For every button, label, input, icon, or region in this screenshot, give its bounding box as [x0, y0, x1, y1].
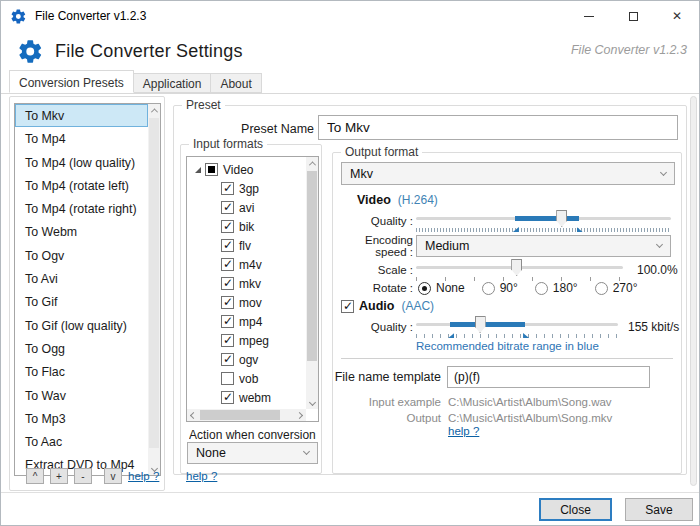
- tree-horizontal-scrollbar[interactable]: [187, 409, 306, 421]
- audio-quality-slider[interactable]: [416, 315, 618, 339]
- preset-list-item[interactable]: To Ogv: [15, 244, 148, 267]
- preset-list-scrollbar[interactable]: [148, 104, 160, 475]
- scroll-right-icon[interactable]: [293, 409, 306, 421]
- format-tree-row[interactable]: avi: [187, 198, 306, 217]
- tab-application[interactable]: Application: [133, 73, 212, 93]
- preset-list-item[interactable]: To Wav: [15, 384, 148, 407]
- format-checkbox[interactable]: [221, 182, 234, 195]
- preset-list-item[interactable]: To Avi: [15, 267, 148, 290]
- video-quality-slider[interactable]: [416, 209, 671, 233]
- rotate-90-radio[interactable]: 90°: [482, 281, 518, 295]
- bitrate-hint: Recommended bitrate range in blue: [416, 340, 599, 352]
- chevron-down-icon: [303, 448, 310, 455]
- format-tree-row[interactable]: mkv: [187, 274, 306, 293]
- format-label: mpeg: [239, 334, 269, 348]
- scroll-up-icon[interactable]: [148, 104, 160, 117]
- format-tree-row[interactable]: mp4: [187, 312, 306, 331]
- preset-list-item[interactable]: To Flac: [15, 360, 148, 383]
- rotate-270-radio[interactable]: 270°: [595, 281, 638, 295]
- radio-label: 270°: [613, 281, 638, 295]
- presets-help-link[interactable]: help ?: [128, 470, 159, 482]
- scrollbar-thumb[interactable]: [307, 171, 317, 361]
- preset-list-item[interactable]: To Ogg: [15, 337, 148, 360]
- preset-list-item[interactable]: To Webm: [15, 220, 148, 243]
- scroll-left-icon[interactable]: [187, 409, 200, 421]
- format-tree-row[interactable]: mov: [187, 293, 306, 312]
- format-checkbox[interactable]: [221, 353, 234, 366]
- format-checkbox[interactable]: [221, 334, 234, 347]
- format-tree-row[interactable]: flv: [187, 236, 306, 255]
- preset-list-item[interactable]: To Mkv: [15, 104, 148, 127]
- format-checkbox[interactable]: [221, 296, 234, 309]
- scale-label: Scale :: [333, 264, 413, 276]
- filename-help-link[interactable]: help ?: [448, 425, 479, 437]
- scale-slider[interactable]: [416, 258, 623, 282]
- preset-list-item[interactable]: To Gif (low quality): [15, 314, 148, 337]
- scroll-up-icon[interactable]: [306, 157, 318, 170]
- scrollbar-thumb[interactable]: [149, 118, 159, 448]
- preset-name-input[interactable]: [318, 115, 678, 140]
- tree-node-video[interactable]: Video: [187, 160, 306, 179]
- encoding-speed-value: Medium: [425, 239, 469, 253]
- move-preset-down-button[interactable]: v: [104, 468, 122, 484]
- output-format-dropdown[interactable]: Mkv: [341, 162, 675, 185]
- remove-preset-button[interactable]: -: [74, 468, 92, 484]
- move-preset-up-button[interactable]: ^: [26, 468, 44, 484]
- input-formats-help-link[interactable]: help ?: [186, 470, 217, 482]
- file-name-template-input[interactable]: [447, 366, 650, 388]
- scroll-down-icon[interactable]: [306, 396, 318, 409]
- tab-conversion-presets[interactable]: Conversion Presets: [9, 70, 134, 93]
- tab-about[interactable]: About: [210, 73, 261, 93]
- format-tree-row[interactable]: ogv: [187, 350, 306, 369]
- format-label: ogv: [239, 353, 258, 367]
- tree-expander-icon[interactable]: [195, 167, 201, 173]
- output-example-value: C:\Music\Artist\Album\Song.mkv: [448, 412, 612, 424]
- format-checkbox[interactable]: [221, 239, 234, 252]
- format-checkbox[interactable]: [221, 277, 234, 290]
- page-scrollbar[interactable]: [690, 96, 697, 486]
- save-button[interactable]: Save: [625, 498, 693, 521]
- format-checkbox[interactable]: [221, 372, 234, 385]
- preset-list-item[interactable]: To Gif: [15, 290, 148, 313]
- preset-list-item[interactable]: To Mp4 (low quality): [15, 151, 148, 174]
- format-label: mp4: [239, 315, 262, 329]
- close-icon: ✕: [672, 10, 682, 22]
- tree-vertical-scrollbar[interactable]: [306, 157, 318, 409]
- slider-thumb[interactable]: [475, 316, 486, 333]
- slider-thumb[interactable]: [556, 210, 567, 227]
- output-format-value: Mkv: [350, 167, 373, 181]
- input-example-value: C:\Music\Artist\Album\Song.wav: [448, 396, 612, 408]
- format-tree-row[interactable]: 3gp: [187, 179, 306, 198]
- close-dialog-button[interactable]: Close: [539, 498, 612, 521]
- preset-list-item[interactable]: To Mp4: [15, 127, 148, 150]
- video-root-checkbox[interactable]: [205, 163, 218, 176]
- preset-list-item[interactable]: To Mp3: [15, 407, 148, 430]
- audio-enabled-checkbox[interactable]: [341, 300, 354, 313]
- format-tree-row[interactable]: bik: [187, 217, 306, 236]
- rotate-none-radio[interactable]: None: [418, 281, 465, 295]
- scrollbar-thumb[interactable]: [200, 410, 280, 420]
- format-checkbox[interactable]: [221, 315, 234, 328]
- format-checkbox[interactable]: [221, 201, 234, 214]
- rotate-180-radio[interactable]: 180°: [535, 281, 578, 295]
- preset-list-item[interactable]: To Aac: [15, 430, 148, 453]
- minimize-button[interactable]: [567, 1, 611, 31]
- format-checkbox[interactable]: [221, 220, 234, 233]
- action-dropdown[interactable]: None: [187, 442, 318, 464]
- format-tree-row[interactable]: m4v: [187, 255, 306, 274]
- slider-thumb[interactable]: [511, 259, 522, 276]
- preset-list-item[interactable]: To Mp4 (rotate left): [15, 174, 148, 197]
- format-tree-row[interactable]: webm: [187, 388, 306, 407]
- chevron-down-icon: [660, 168, 667, 175]
- format-tree-row[interactable]: mpeg: [187, 331, 306, 350]
- rotate-label: Rotate :: [333, 282, 413, 294]
- add-preset-button[interactable]: +: [50, 468, 68, 484]
- maximize-button[interactable]: [611, 1, 655, 31]
- close-button[interactable]: ✕: [655, 1, 699, 31]
- encoding-speed-dropdown[interactable]: Medium: [416, 235, 671, 257]
- format-checkbox[interactable]: [221, 258, 234, 271]
- format-tree-row[interactable]: vob: [187, 369, 306, 388]
- format-label: 3gp: [239, 182, 259, 196]
- format-checkbox[interactable]: [221, 391, 234, 404]
- preset-list-item[interactable]: To Mp4 (rotate right): [15, 197, 148, 220]
